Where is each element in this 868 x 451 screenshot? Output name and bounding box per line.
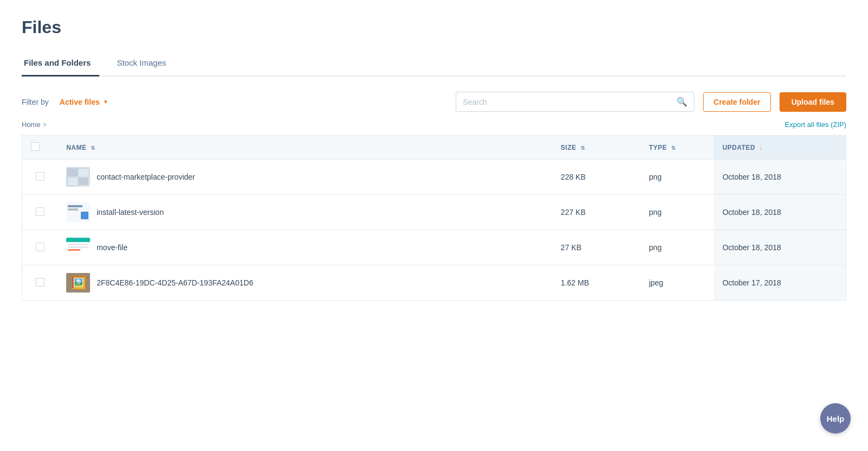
file-name[interactable]: move-file xyxy=(97,243,127,252)
row-updated-cell: October 18, 2018 xyxy=(714,230,846,265)
filter-by-label: Filter by xyxy=(22,98,49,106)
breadcrumb-home[interactable]: Home xyxy=(22,120,41,129)
row-checkbox-cell[interactable] xyxy=(22,195,58,230)
row-updated-cell: October 18, 2018 xyxy=(714,160,846,195)
file-table: NAME ⇅ SIZE ⇅ TYPE ⇅ UPDATED ↓ xyxy=(22,135,846,301)
breadcrumb-row: Home > Export all files (ZIP) xyxy=(22,120,846,129)
col-header-name[interactable]: NAME ⇅ xyxy=(58,136,552,160)
col-header-updated[interactable]: UPDATED ↓ xyxy=(714,136,846,160)
row-updated-cell: October 17, 2018 xyxy=(714,265,846,301)
file-row-name: move-file xyxy=(66,238,543,257)
toolbar: Filter by Active files ▼ 🔍 Create folder… xyxy=(22,92,846,112)
tab-stock-images[interactable]: Stock Images xyxy=(114,53,175,77)
filter-dropdown[interactable]: Active files ▼ xyxy=(60,98,108,106)
sort-icon-size: ⇅ xyxy=(580,145,585,151)
file-name[interactable]: contact-marketplace-provider xyxy=(97,173,195,181)
chevron-down-icon: ▼ xyxy=(103,99,108,105)
page-container: Files Files and Folders Stock Images Fil… xyxy=(0,0,868,318)
row-name-cell: install-latest-version xyxy=(58,195,552,230)
search-icon: 🔍 xyxy=(676,97,687,107)
row-type-cell: jpeg xyxy=(640,265,713,301)
sort-icon-updated: ↓ xyxy=(760,145,763,151)
row-size-cell: 227 KB xyxy=(552,195,641,230)
file-thumbnail xyxy=(66,238,90,257)
breadcrumb-separator: > xyxy=(43,120,47,129)
row-checkbox[interactable] xyxy=(36,207,44,216)
file-thumbnail xyxy=(66,202,90,222)
export-all-link[interactable]: Export all files (ZIP) xyxy=(785,120,846,129)
filter-value: Active files xyxy=(60,98,100,106)
upload-files-button[interactable]: Upload files xyxy=(780,92,846,112)
file-name[interactable]: install-latest-version xyxy=(97,208,164,217)
row-checkbox-cell[interactable] xyxy=(22,265,58,301)
row-name-cell: 🖼️ 2F8C4E86-19DC-4D25-A67D-193FA24A01D6 xyxy=(58,265,552,301)
tab-files-folders[interactable]: Files and Folders xyxy=(22,53,99,77)
row-type-cell: png xyxy=(640,160,713,195)
table-row: contact-marketplace-provider 228 KB png … xyxy=(22,160,846,195)
col-header-type[interactable]: TYPE ⇅ xyxy=(640,136,713,160)
row-checkbox-cell[interactable] xyxy=(22,160,58,195)
page-title: Files xyxy=(22,17,846,37)
create-folder-button[interactable]: Create folder xyxy=(703,92,770,112)
row-type-cell: png xyxy=(640,230,713,265)
search-container[interactable]: 🔍 xyxy=(456,92,694,112)
row-size-cell: 27 KB xyxy=(552,230,641,265)
sort-icon-name: ⇅ xyxy=(91,145,95,151)
row-size-cell: 1.62 MB xyxy=(552,265,641,301)
row-name-cell: contact-marketplace-provider xyxy=(58,160,552,195)
row-name-cell: move-file xyxy=(58,230,552,265)
table-body: contact-marketplace-provider 228 KB png … xyxy=(22,160,846,301)
file-row-name: install-latest-version xyxy=(66,202,543,222)
file-thumbnail xyxy=(66,167,90,187)
table-row: install-latest-version 227 KB png Octobe… xyxy=(22,195,846,230)
row-size-cell: 228 KB xyxy=(552,160,641,195)
table-row: 🖼️ 2F8C4E86-19DC-4D25-A67D-193FA24A01D6 … xyxy=(22,265,846,301)
row-checkbox[interactable] xyxy=(36,172,44,181)
row-checkbox-cell[interactable] xyxy=(22,230,58,265)
tabs-bar: Files and Folders Stock Images xyxy=(22,53,846,77)
row-type-cell: png xyxy=(640,195,713,230)
table-header: NAME ⇅ SIZE ⇅ TYPE ⇅ UPDATED ↓ xyxy=(22,136,846,160)
select-all-checkbox[interactable] xyxy=(31,142,40,151)
file-row-name: 🖼️ 2F8C4E86-19DC-4D25-A67D-193FA24A01D6 xyxy=(66,273,543,293)
row-checkbox[interactable] xyxy=(36,243,44,251)
table-row: move-file 27 KB png October 18, 2018 xyxy=(22,230,846,265)
select-all-header[interactable] xyxy=(22,136,58,160)
file-thumbnail: 🖼️ xyxy=(66,273,90,293)
row-updated-cell: October 18, 2018 xyxy=(714,195,846,230)
sort-icon-type: ⇅ xyxy=(671,145,676,151)
row-checkbox[interactable] xyxy=(36,278,44,287)
col-header-size[interactable]: SIZE ⇅ xyxy=(552,136,641,160)
search-input[interactable] xyxy=(463,98,676,106)
file-name[interactable]: 2F8C4E86-19DC-4D25-A67D-193FA24A01D6 xyxy=(97,278,253,287)
file-row-name: contact-marketplace-provider xyxy=(66,167,543,187)
breadcrumb: Home > xyxy=(22,120,47,129)
